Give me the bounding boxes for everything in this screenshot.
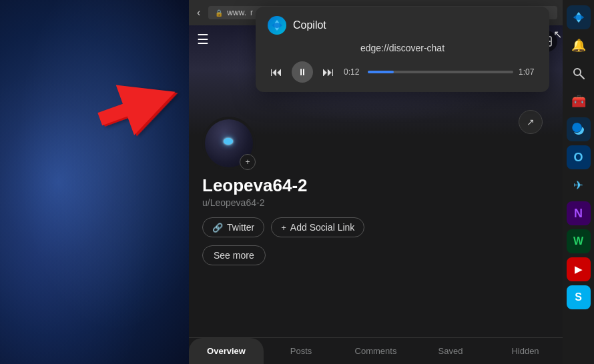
add-social-label: Add Social Link [290,222,355,233]
tab-saved[interactable]: Saved [413,338,488,364]
edge-icon[interactable] [567,117,591,141]
avatar-edit-button[interactable]: + [240,154,256,170]
twitter-label: Twitter [227,222,254,233]
url-text-2: r [250,8,253,17]
svg-line-4 [580,75,584,79]
copilot-logo-icon [268,16,286,35]
audio-progress[interactable]: 0:12 1:07 [344,67,537,77]
profile-section: + ↗ Leopeva64-2 u/Leopeva64-2 🔗 Twitter … [189,117,563,275]
onenote-icon[interactable]: N [567,201,591,225]
audio-progress-bar[interactable] [368,71,513,73]
telegram-icon[interactable]: ✈ [567,173,591,197]
social-links-row: 🔗 Twitter + Add Social Link [202,217,549,237]
tab-comments[interactable]: Comments [338,338,413,364]
audio-progress-fill [368,71,394,73]
copilot-header: Copilot [268,16,537,35]
tab-hidden[interactable]: Hidden [488,338,563,364]
copilot-url: edge://discover-chat [268,43,537,53]
profile-name: Leopeva64-2 [202,175,549,196]
audio-next-button[interactable]: ⏭ [320,64,337,81]
desktop-background [0,0,194,364]
add-social-link-button[interactable]: + Add Social Link [271,217,364,237]
avatar-wrapper: + [202,117,256,170]
see-more-label: See more [214,250,254,261]
browser-back-button[interactable]: ‹ [194,4,203,21]
nav-tabs: Overview Posts Comments Saved Hidden [189,337,563,364]
search-icon[interactable] [567,61,591,85]
youtube-icon[interactable]: ▶ [567,257,591,281]
lock-icon: 🔒 [215,9,223,17]
skype-icon[interactable]: S [567,285,591,309]
link-icon: 🔗 [212,223,223,233]
hamburger-menu-button[interactable]: ☰ [197,31,209,47]
share-button[interactable]: ↗ [519,110,543,134]
avatar-eye [224,138,233,145]
audio-controls: ⏮ ⏸ ⏭ 0:12 1:07 [268,61,537,83]
red-arrow [87,67,194,147]
plus-icon: + [281,223,286,233]
audio-time-total: 1:07 [519,67,537,77]
twitter-link-button[interactable]: 🔗 Twitter [202,217,264,237]
profile-handle: u/Leopeva64-2 [202,197,549,208]
browser-panel: ‹ 🔒 www. r Copilot edge://discover-chat … [189,0,563,364]
right-sidebar: ↖ 🔔 🧰 O ✈ N W ▶ S [563,0,594,364]
audio-play-button[interactable]: ⏸ [292,61,313,83]
bell-icon[interactable]: 🔔 [567,33,591,57]
tab-posts[interactable]: Posts [264,338,338,364]
tab-overview[interactable]: Overview [189,338,264,364]
copilot-popup: Copilot edge://discover-chat ⏮ ⏸ ⏭ 0:12 … [256,7,549,92]
copilot-title: Copilot [293,19,326,31]
tools-icon[interactable]: 🧰 [567,89,591,113]
url-text: www. [227,8,246,17]
audio-prev-button[interactable]: ⏮ [268,64,285,81]
see-more-button[interactable]: See more [202,245,266,265]
outlook-icon[interactable]: O [567,145,591,169]
sidebar-copilot-icon[interactable] [567,5,591,29]
audio-time-current: 0:12 [344,67,362,77]
whatsapp-icon[interactable]: W [567,229,591,253]
